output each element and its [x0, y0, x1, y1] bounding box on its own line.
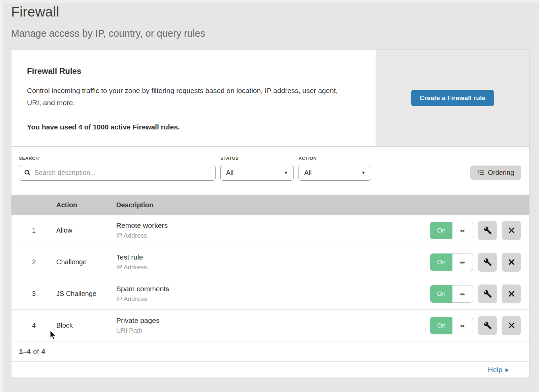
table-row: 2 Challenge Test rule IP Address On ◂▸ [11, 246, 529, 278]
action-selected-value: All [304, 169, 312, 177]
status-selected-value: All [226, 169, 233, 177]
create-firewall-rule-button[interactable]: Create a Firewall rule [411, 90, 494, 106]
pagination: 1–4 of 4 [11, 341, 529, 362]
close-icon [508, 258, 515, 266]
status-select[interactable]: All ▼ [220, 165, 294, 181]
chevron-down-icon: ▼ [361, 171, 366, 175]
wrench-icon [483, 321, 492, 330]
help-link[interactable]: Help ▶ [488, 366, 509, 374]
ordered-list-icon [477, 169, 484, 176]
search-icon [24, 169, 31, 176]
rule-controls: On ◂▸ [430, 316, 529, 335]
search-label: SEARCH [19, 156, 216, 161]
rule-match-type: IP Address [116, 264, 430, 271]
rule-enabled-toggle[interactable]: On ◂▸ [430, 222, 473, 239]
page-title: Firewall [11, 4, 539, 20]
firewall-rules-card-text: Firewall Rules Control incoming traffic … [11, 50, 376, 146]
wrench-icon [483, 290, 492, 298]
search-input[interactable] [19, 165, 216, 181]
card-title: Firewall Rules [27, 66, 376, 76]
left-right-arrows-icon[interactable]: ◂▸ [452, 285, 473, 303]
column-header-action: Action [56, 201, 116, 209]
rule-enabled-toggle[interactable]: On ◂▸ [430, 253, 473, 271]
firewall-rules-card: Firewall Rules Control incoming traffic … [11, 49, 530, 147]
close-icon [508, 290, 515, 298]
close-icon [508, 227, 515, 234]
table-row: 4 Block Private pages URI Path On ◂▸ [11, 310, 529, 341]
firewall-page: Firewall Manage access by IP, country, o… [0, 0, 539, 378]
create-rule-panel: Create a Firewall rule [376, 50, 529, 146]
card-description: Control incoming traffic to your zone by… [27, 85, 347, 109]
rule-description: Test rule [116, 253, 430, 261]
left-right-arrows-icon[interactable]: ◂▸ [452, 222, 473, 239]
help-row: Help ▶ [11, 362, 529, 378]
rule-match-type: IP Address [116, 295, 430, 303]
rule-number: 3 [11, 290, 56, 298]
rules-table-card: SEARCH STATUS All ▼ [11, 147, 530, 378]
delete-rule-button[interactable] [502, 221, 521, 240]
ordering-wrap: Ordering [470, 165, 521, 181]
search-text-field[interactable] [34, 169, 211, 177]
table-row: 1 Allow Remote workers IP Address On ◂▸ [11, 215, 529, 246]
rule-number: 2 [11, 258, 56, 266]
toggle-on-label: On [430, 253, 452, 271]
rule-match-type: URI Path [116, 327, 430, 334]
chevron-right-icon: ▶ [505, 367, 509, 372]
toggle-on-label: On [430, 222, 452, 239]
delete-rule-button[interactable] [502, 284, 521, 303]
table-body: 1 Allow Remote workers IP Address On ◂▸ [11, 215, 529, 341]
edit-rule-button[interactable] [478, 221, 497, 240]
action-label: ACTION [298, 156, 371, 161]
action-select[interactable]: All ▼ [298, 165, 371, 181]
filters-bar: SEARCH STATUS All ▼ [11, 147, 529, 195]
edit-rule-button[interactable] [478, 253, 497, 272]
wrench-icon [483, 226, 492, 235]
column-header-description: Description [116, 201, 529, 209]
chevron-down-icon: ▼ [284, 171, 288, 175]
edit-rule-button[interactable] [478, 284, 497, 303]
rule-controls: On ◂▸ [430, 284, 529, 303]
ordering-button-label: Ordering [488, 169, 514, 177]
rule-description-cell: Private pages URI Path [116, 316, 430, 334]
toggle-on-label: On [430, 285, 452, 303]
pagination-of: of [33, 348, 39, 356]
delete-rule-button[interactable] [502, 253, 521, 272]
left-right-arrows-icon[interactable]: ◂▸ [452, 253, 473, 271]
search-filter-group: SEARCH [19, 156, 216, 181]
rule-enabled-toggle[interactable]: On ◂▸ [430, 317, 473, 334]
rule-description: Spam comments [116, 285, 430, 293]
help-link-label: Help [488, 366, 502, 374]
wrench-icon [483, 258, 492, 266]
table-row: 3 JS Challenge Spam comments IP Address … [11, 278, 529, 310]
rule-description-cell: Remote workers IP Address [116, 221, 430, 239]
rule-controls: On ◂▸ [430, 221, 529, 240]
delete-rule-button[interactable] [502, 316, 521, 335]
rule-controls: On ◂▸ [430, 253, 529, 272]
action-filter-group: ACTION All ▼ [298, 156, 371, 181]
rule-number: 1 [11, 227, 56, 234]
rule-action: Allow [56, 227, 116, 234]
rule-action: Block [56, 322, 116, 329]
status-label: STATUS [220, 156, 294, 161]
rule-description-cell: Spam comments IP Address [116, 285, 430, 303]
pagination-range: 1–4 [19, 348, 31, 356]
rule-description-cell: Test rule IP Address [116, 253, 430, 271]
rule-description: Remote workers [116, 221, 430, 230]
ordering-button[interactable]: Ordering [470, 165, 521, 180]
edit-rule-button[interactable] [478, 316, 497, 335]
page-subtitle: Manage access by IP, country, or query r… [11, 28, 539, 39]
close-icon [508, 322, 515, 329]
status-filter-group: STATUS All ▼ [220, 156, 294, 181]
toggle-on-label: On [430, 317, 452, 334]
rule-action: Challenge [56, 258, 116, 266]
rule-description: Private pages [116, 316, 430, 325]
rule-action: JS Challenge [56, 290, 116, 298]
left-right-arrows-icon[interactable]: ◂▸ [452, 317, 473, 334]
rule-number: 4 [11, 322, 56, 329]
rule-match-type: IP Address [116, 232, 430, 239]
table-header: Action Description [11, 195, 529, 215]
usage-text: You have used 4 of 1000 active Firewall … [27, 123, 376, 131]
rule-enabled-toggle[interactable]: On ◂▸ [430, 285, 473, 303]
pagination-total: 4 [41, 348, 45, 356]
